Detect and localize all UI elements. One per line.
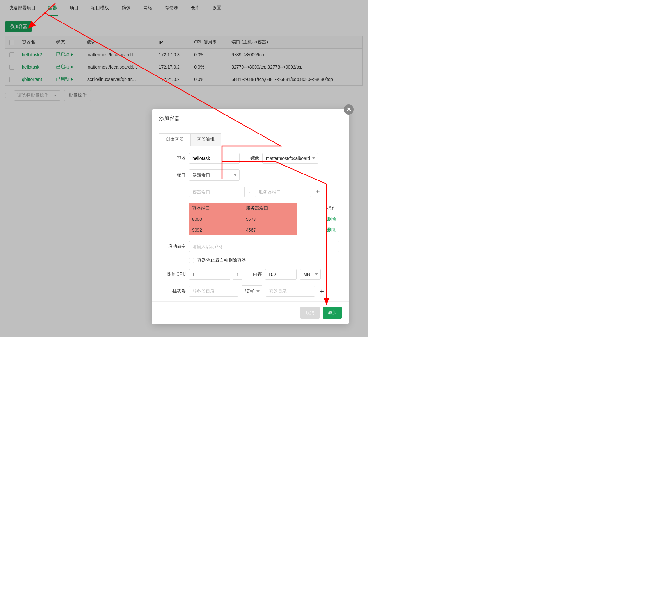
port-mode-value: 暴露端口 (192, 172, 210, 178)
cpu-input[interactable] (189, 269, 230, 280)
port-mapping-table: 容器端口 服务器端口 操作 8000 5678 删除 9092 4567 删除 (189, 203, 339, 235)
container-name-input[interactable] (189, 153, 240, 164)
port-mode-select[interactable]: 暴露端口 (189, 169, 240, 181)
server-dir-input[interactable] (189, 286, 238, 296)
mount-mode-value: 读写 (245, 288, 254, 294)
chevron-down-icon (315, 273, 318, 275)
container-port-input[interactable] (189, 186, 245, 197)
port-cport: 9092 (189, 224, 243, 235)
tab-create-container[interactable]: 创建容器 (159, 133, 190, 146)
port-sport: 5678 (243, 214, 297, 224)
image-select[interactable]: mattermost/focalboard:la (262, 153, 318, 164)
port-header-cport: 容器端口 (189, 203, 243, 214)
port-sport: 4567 (243, 224, 297, 235)
image-select-value: mattermost/focalboard:la (266, 156, 310, 161)
cpu-stepper[interactable]: ↑ (233, 269, 242, 280)
chevron-down-icon (312, 157, 315, 159)
port-cport: 8000 (189, 214, 243, 224)
add-mount-icon[interactable]: + (318, 288, 326, 295)
container-dir-input[interactable] (266, 286, 315, 296)
port-row: 8000 5678 删除 (189, 214, 339, 224)
chevron-down-icon (256, 290, 260, 292)
modal-footer: 取消 添加 (152, 301, 349, 324)
port-row: 9092 4567 删除 (189, 224, 339, 235)
delete-port-link[interactable]: 删除 (327, 227, 336, 232)
label-auto-remove: 容器停止后自动删除容器 (197, 257, 246, 263)
memory-input[interactable] (265, 269, 297, 280)
form-area[interactable]: 容器 镜像 mattermost/focalboard:la 端口 暴露端口 (159, 146, 342, 301)
cancel-button[interactable]: 取消 (300, 307, 320, 319)
submit-button[interactable]: 添加 (323, 307, 342, 319)
dash: - (248, 189, 252, 194)
label-cpu: 限制CPU (159, 271, 186, 277)
modal-title: 添加容器 (152, 109, 349, 128)
memory-unit-select[interactable]: MB (300, 269, 321, 280)
label-container: 容器 (159, 155, 186, 161)
add-port-icon[interactable]: + (314, 188, 322, 196)
start-cmd-input[interactable] (189, 241, 339, 252)
label-mount: 挂载卷 (159, 288, 186, 294)
port-header-sport: 服务器端口 (243, 203, 297, 214)
label-memory: 内存 (245, 271, 262, 277)
tab-compose[interactable]: 容器编排 (190, 133, 221, 146)
label-startcmd: 启动命令 (159, 243, 186, 249)
close-icon[interactable]: ✕ (344, 104, 354, 114)
port-header-op: 操作 (297, 203, 339, 214)
add-container-modal: ✕ 添加容器 创建容器 容器编排 容器 镜像 mattermost/focalb… (152, 109, 349, 324)
memory-unit-value: MB (303, 272, 310, 277)
mount-mode-select[interactable]: 读写 (242, 285, 262, 297)
chevron-down-icon (234, 174, 237, 176)
server-port-input[interactable] (255, 186, 311, 197)
label-image: 镜像 (243, 155, 259, 161)
modal-tabs: 创建容器 容器编排 (159, 133, 342, 146)
delete-port-link[interactable]: 删除 (327, 216, 336, 221)
auto-remove-checkbox[interactable] (189, 258, 194, 263)
label-port: 端口 (159, 172, 186, 178)
